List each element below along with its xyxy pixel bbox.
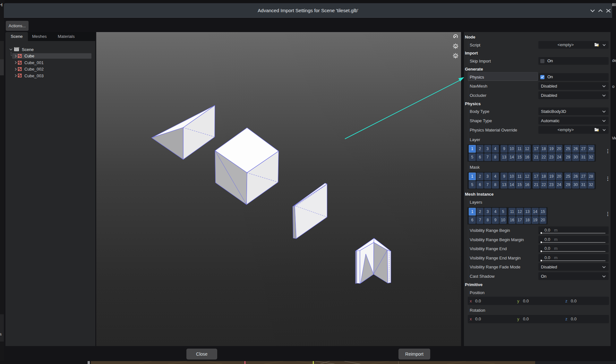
svg-text:1: 1 xyxy=(455,45,457,48)
svg-text:2: 2 xyxy=(455,55,457,58)
